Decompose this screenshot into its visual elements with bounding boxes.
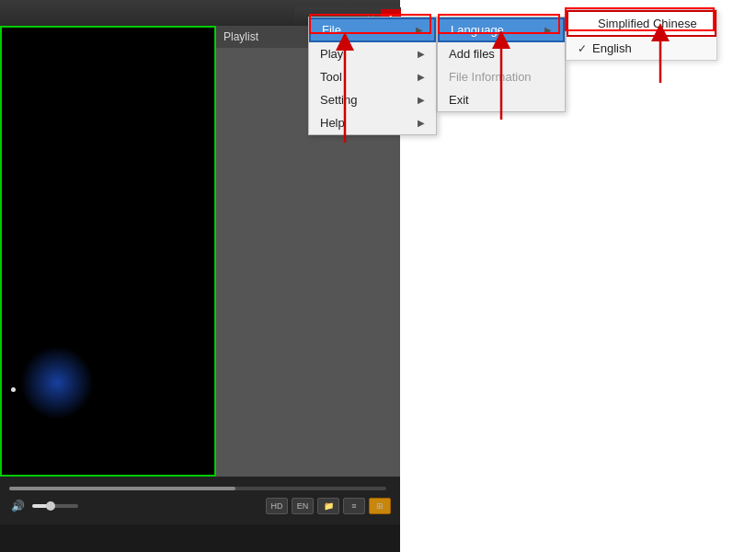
add-files-label: Add files (449, 47, 495, 61)
setting-chevron: ▶ (418, 95, 425, 105)
lang-option-simplified-chinese[interactable]: Simplified Chinese (567, 10, 716, 37)
menu-item-file-info: File Information (438, 65, 565, 88)
ctrl-icons: HD EN 📁 ≡ ⊞ (266, 498, 391, 514)
language-label: Language (451, 23, 504, 37)
playlist-label: Playlist (223, 30, 258, 43)
tool-label: Tool (320, 70, 342, 84)
help-chevron: ▶ (418, 118, 425, 128)
play-label: Play (320, 47, 343, 61)
file-menu-label: File (322, 23, 341, 37)
play-chevron: ▶ (418, 49, 425, 59)
file-menu-header[interactable]: File ▶ (309, 17, 436, 42)
menu-item-setting[interactable]: Setting ▶ (309, 88, 436, 111)
lang-options-submenu: Simplified Chinese English (566, 9, 717, 61)
video-glow (20, 346, 94, 420)
video-area (0, 26, 216, 477)
progress-bar[interactable] (9, 487, 386, 490)
english-label: English (592, 41, 632, 55)
lang-menu-header[interactable]: Language ▶ (438, 17, 565, 42)
folder-icon[interactable]: 📁 (317, 498, 339, 514)
setting-label: Setting (320, 93, 357, 107)
menu-item-exit[interactable]: Exit (438, 88, 565, 111)
exit-label: Exit (449, 93, 469, 107)
lang-option-english[interactable]: English (567, 37, 716, 60)
controls-row: 🔊 HD EN 📁 ≡ ⊞ (9, 498, 391, 514)
progress-fill (9, 487, 235, 490)
video-dot (11, 387, 16, 392)
volume-thumb (46, 501, 55, 511)
hd-icon[interactable]: HD (266, 498, 288, 514)
menu-item-tool[interactable]: Tool ▶ (309, 65, 436, 88)
help-label: Help (320, 116, 345, 130)
file-info-label: File Information (449, 70, 532, 84)
menu-item-help[interactable]: Help ▶ (309, 111, 436, 134)
list-icon[interactable]: ≡ (343, 498, 365, 514)
bottom-controls: 🔊 HD EN 📁 ≡ ⊞ (0, 477, 400, 524)
lang-chevron: ▶ (544, 25, 552, 35)
simplified-chinese-label: Simplified Chinese (598, 17, 697, 30)
volume-icon[interactable]: 🔊 (9, 498, 27, 514)
menu-item-play[interactable]: Play ▶ (309, 42, 436, 65)
file-menu-chevron: ▶ (416, 25, 423, 35)
menu-item-add-files[interactable]: Add files (438, 42, 565, 65)
en-icon[interactable]: EN (292, 498, 314, 514)
grid-icon[interactable]: ⊞ (369, 498, 391, 514)
file-menu: File ▶ Play ▶ Tool ▶ Setting ▶ Help ▶ (308, 17, 437, 135)
volume-slider[interactable] (32, 504, 78, 508)
language-submenu: Language ▶ Add files File Information Ex… (437, 17, 566, 112)
tool-chevron: ▶ (418, 72, 425, 82)
